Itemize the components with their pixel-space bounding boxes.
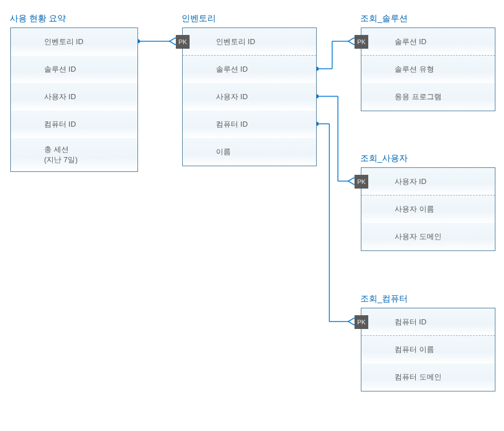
- field-label: 솔루션 유형: [395, 64, 434, 75]
- pk-badge: PK: [355, 35, 368, 49]
- pk-badge: PK: [355, 175, 368, 189]
- field-application: 응용 프로그램: [361, 83, 495, 111]
- field-label: 사용자 도메인: [395, 232, 442, 242]
- field-user-id: PK 사용자 ID: [361, 168, 495, 195]
- field-label: 사용자 이름: [395, 204, 434, 214]
- field-solution-type: 솔루션 유형: [361, 56, 495, 83]
- field-user-domain: 사용자 도메인: [361, 223, 495, 250]
- connector-inventory-computer: [315, 122, 360, 326]
- field-label: 솔루션 ID: [44, 64, 76, 75]
- field-label: 컴퓨터 ID: [216, 119, 248, 130]
- field-user-id: 사용자 ID: [183, 83, 316, 111]
- field-solution-id: 솔루션 ID: [183, 56, 316, 83]
- entity-title: 조회_컴퓨터: [360, 293, 408, 304]
- field-solution-id: 솔루션 ID: [11, 56, 137, 83]
- entity-inventory: 인벤토리 PK 인벤토리 ID 솔루션 ID 사용자 ID 컴퓨터 ID 이름: [182, 28, 317, 166]
- field-computer-id: PK 컴퓨터 ID: [361, 308, 495, 336]
- pk-badge: PK: [176, 35, 190, 49]
- entity-usage-summary: 사용 현황 요약 인벤토리 ID 솔루션 ID 사용자 ID 컴퓨터 ID 총 …: [10, 28, 138, 172]
- connector-inventory-user: [315, 95, 360, 185]
- field-user-name: 사용자 이름: [361, 195, 495, 223]
- field-user-id: 사용자 ID: [11, 83, 137, 111]
- field-label: 인벤토리 ID: [216, 37, 255, 47]
- field-label: 컴퓨터 ID: [395, 317, 427, 327]
- field-label: 컴퓨터 이름: [395, 344, 434, 355]
- field-computer-name: 컴퓨터 이름: [361, 336, 495, 363]
- field-label: 사용자 ID: [44, 92, 76, 102]
- field-label: 이름: [216, 147, 231, 157]
- field-computer-id: 컴퓨터 ID: [11, 111, 137, 138]
- field-label: 응용 프로그램: [395, 92, 442, 102]
- field-label: 사용자 ID: [395, 177, 427, 187]
- entity-title: 조회_사용자: [360, 153, 408, 164]
- entity-lookup-user: 조회_사용자 PK 사용자 ID 사용자 이름 사용자 도메인: [361, 167, 495, 251]
- entity-title: 조회_솔루션: [360, 13, 408, 24]
- entity-lookup-computer: 조회_컴퓨터 PK 컴퓨터 ID 컴퓨터 이름 컴퓨터 도메인: [361, 308, 495, 391]
- field-name: 이름: [183, 138, 316, 166]
- connector-usage-inventory: [136, 38, 182, 45]
- entity-lookup-solution: 조회_솔루션 PK 솔루션 ID 솔루션 유형 응용 프로그램: [361, 28, 495, 111]
- field-computer-domain: 컴퓨터 도메인: [361, 363, 495, 391]
- field-label: 총 세션 (지난 7일): [44, 144, 78, 165]
- field-solution-id: PK 솔루션 ID: [361, 28, 495, 56]
- field-inventory-id: PK 인벤토리 ID: [183, 28, 316, 56]
- er-diagram-canvas: 사용 현황 요약 인벤토리 ID 솔루션 ID 사용자 ID 컴퓨터 ID 총 …: [0, 0, 504, 431]
- field-label: 인벤토리 ID: [44, 37, 84, 47]
- field-label: 솔루션 ID: [395, 37, 427, 47]
- field-label: 사용자 ID: [216, 92, 248, 102]
- entity-title: 사용 현황 요약: [10, 13, 66, 24]
- field-label: 컴퓨터 도메인: [395, 372, 442, 382]
- field-inventory-id: 인벤토리 ID: [11, 28, 137, 56]
- field-computer-id: 컴퓨터 ID: [183, 111, 316, 138]
- pk-badge: PK: [355, 315, 368, 329]
- field-label: 솔루션 ID: [216, 64, 248, 75]
- connector-inventory-solution: [315, 38, 360, 71]
- field-total-sessions: 총 세션 (지난 7일): [11, 138, 137, 171]
- entity-title: 인벤토리: [182, 13, 216, 24]
- field-label: 컴퓨터 ID: [44, 119, 76, 130]
